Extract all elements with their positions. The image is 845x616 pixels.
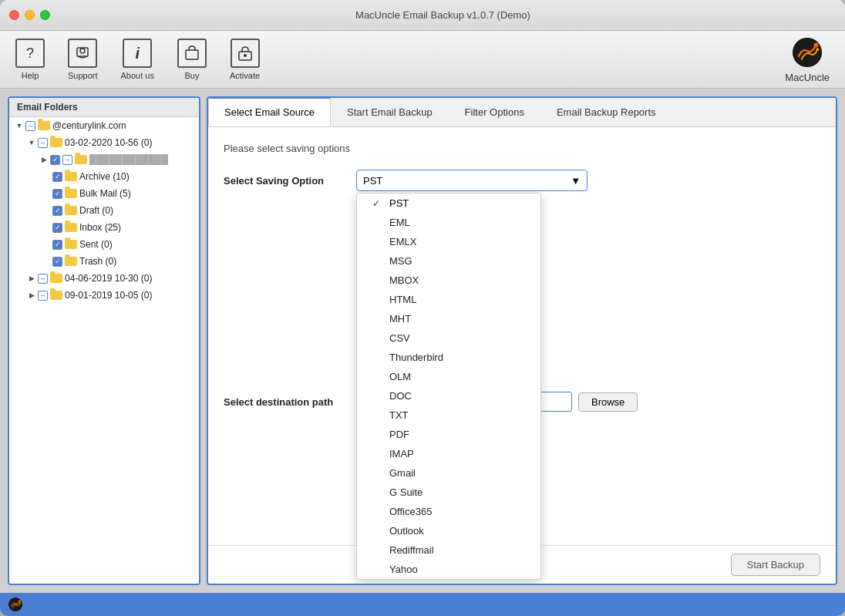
folder-checkbox[interactable]	[52, 172, 62, 182]
dropdown-option-office365[interactable]: Office365	[357, 502, 540, 521]
titlebar: MacUncle Email Backup v1.0.7 (Demo)	[0, 0, 845, 31]
start-backup-button[interactable]: Start Backup	[731, 554, 820, 576]
statusbar-logo-icon	[8, 597, 23, 612]
maximize-button[interactable]	[40, 10, 50, 20]
expand-icon: ▼	[15, 122, 23, 130]
tab-start-email-backup[interactable]: Start Email Backup	[331, 98, 449, 126]
activate-button[interactable]: Activate	[230, 39, 260, 80]
minus-icon[interactable]	[38, 138, 48, 148]
folder-checkbox[interactable]	[52, 223, 62, 233]
about-button[interactable]: i About us	[121, 39, 154, 80]
dropdown-option-outlook[interactable]: Outlook	[357, 521, 540, 540]
panel-subtitle: Please select saving options	[224, 143, 820, 154]
inbox-row[interactable]: Inbox (25)	[9, 220, 199, 234]
list-item: Bulk Mail (5)	[9, 185, 199, 202]
support-button[interactable]: Support	[68, 39, 98, 80]
dropdown-option-mbox[interactable]: MBOX	[357, 271, 540, 290]
brand-name: MacUncle	[785, 72, 830, 83]
dropdown-option-pst[interactable]: ✓ PST	[357, 194, 540, 213]
folder-icon	[50, 138, 62, 147]
svg-point-8	[8, 597, 22, 611]
folder-icon	[75, 155, 87, 164]
option-label: Outlook	[389, 525, 424, 537]
minus-icon[interactable]	[25, 121, 35, 131]
list-item: ▼ @centurylink.com	[9, 117, 199, 134]
support-icon	[68, 39, 97, 68]
folder-icon	[65, 223, 77, 232]
option-label: G Suite	[389, 486, 422, 498]
option-label: MSG	[389, 255, 412, 267]
app-window: MacUncle Email Backup v1.0.7 (Demo) ? He…	[0, 0, 845, 616]
saving-option-label: Select Saving Option	[224, 175, 347, 187]
saving-option-select[interactable]: PST ▼	[356, 170, 587, 191]
folder-checkbox[interactable]	[52, 189, 62, 199]
tab-email-backup-reports[interactable]: Email Backup Reports	[540, 98, 672, 126]
dropdown-option-eml[interactable]: EML	[357, 213, 540, 232]
option-label: EMLX	[389, 236, 416, 247]
close-button[interactable]	[9, 10, 19, 20]
archive-row[interactable]: Archive (10)	[9, 170, 199, 183]
option-label: Gmail	[389, 467, 416, 479]
dropdown-option-thunderbird[interactable]: Thunderbird	[357, 348, 540, 367]
folder-icon	[65, 172, 77, 181]
list-item: Sent (0)	[9, 236, 199, 253]
minus-icon[interactable]	[62, 155, 72, 165]
date-folder-row-1[interactable]: ▼ 03-02-2020 10-56 (0)	[9, 136, 199, 150]
sent-row[interactable]: Sent (0)	[9, 237, 199, 251]
browse-button[interactable]: Browse	[578, 392, 638, 412]
brand-logo: MacUncle	[785, 36, 830, 83]
folder-name: Sent (0)	[79, 239, 113, 250]
help-button[interactable]: ? Help	[15, 39, 45, 80]
account-row[interactable]: ▼ @centurylink.com	[9, 119, 199, 133]
buy-label: Buy	[184, 71, 199, 80]
folder-checkbox[interactable]	[52, 257, 62, 267]
date-folder-row-3[interactable]: ▶ 09-01-2019 10-05 (0)	[9, 288, 199, 302]
dropdown-option-csv[interactable]: CSV	[357, 328, 540, 348]
folder-checkbox[interactable]	[52, 240, 62, 250]
svg-point-1	[80, 49, 85, 53]
folder-checkbox[interactable]	[52, 206, 62, 216]
dropdown-option-mht[interactable]: MHT	[357, 309, 540, 328]
checkmark-icon: ✓	[372, 198, 383, 209]
dropdown-option-emlx[interactable]: EMLX	[357, 232, 540, 251]
activate-label: Activate	[230, 71, 260, 80]
bulkmail-row[interactable]: Bulk Mail (5)	[9, 187, 199, 200]
minus-icon[interactable]	[38, 274, 48, 284]
dropdown-option-doc[interactable]: DOC	[357, 386, 540, 406]
expand-icon: ▼	[28, 139, 35, 146]
list-item: Archive (10)	[9, 168, 199, 185]
trash-row[interactable]: Trash (0)	[9, 254, 199, 268]
tab-select-email-source[interactable]: Select Email Source	[208, 97, 331, 126]
dropdown-option-txt[interactable]: TXT	[357, 406, 540, 425]
subfolder-root-row[interactable]: ▶ ████████████	[9, 153, 199, 167]
folder-icon	[65, 240, 77, 249]
folder-name: ████████████	[89, 154, 168, 165]
dropdown-option-gsuite[interactable]: G Suite	[357, 483, 540, 502]
dropdown-option-yahoo[interactable]: Yahoo	[357, 560, 540, 579]
folder-icon	[50, 274, 62, 283]
draft-row[interactable]: Draft (0)	[9, 204, 199, 217]
dropdown-option-pdf[interactable]: PDF	[357, 425, 540, 444]
expand-icon: ▶	[40, 156, 48, 163]
dropdown-option-gmail[interactable]: Gmail	[357, 463, 540, 483]
main-content: Email Folders ▼ @centurylink.com ▼ 03-02…	[0, 89, 845, 593]
folder-icon	[65, 189, 77, 198]
folder-checkbox[interactable]	[50, 155, 60, 165]
right-panel: Select Email Source Start Email Backup F…	[207, 96, 837, 585]
date-folder-row-2[interactable]: ▶ 04-06-2019 10-30 (0)	[9, 271, 199, 285]
buy-button[interactable]: Buy	[177, 39, 207, 80]
tab-filter-options[interactable]: Filter Options	[449, 98, 540, 126]
dropdown-option-rediffmail[interactable]: Rediffmail	[357, 540, 540, 560]
svg-point-5	[793, 37, 822, 66]
option-label: DOC	[389, 390, 412, 402]
minimize-button[interactable]	[25, 10, 35, 20]
dropdown-option-olm[interactable]: OLM	[357, 367, 540, 386]
dropdown-option-html[interactable]: HTML	[357, 290, 540, 309]
dropdown-option-msg[interactable]: MSG	[357, 251, 540, 271]
saving-option-row: Select Saving Option PST ▼ ✓ PST	[224, 170, 820, 191]
svg-point-6	[814, 42, 819, 47]
minus-icon[interactable]	[38, 291, 48, 301]
list-item: ▶ 04-06-2019 10-30 (0)	[9, 270, 199, 287]
dropdown-option-imap[interactable]: IMAP	[357, 444, 540, 463]
option-label: OLM	[389, 371, 411, 382]
